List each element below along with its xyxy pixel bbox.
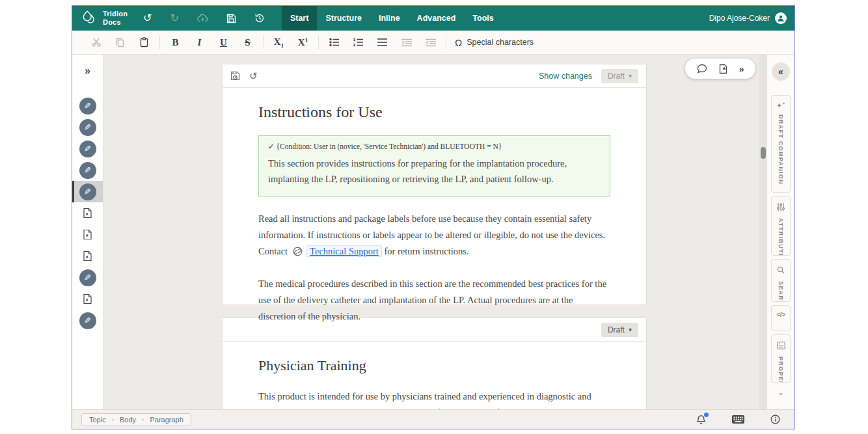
edit-pencil-icon: ✎ [79,269,96,286]
numbered-list-icon[interactable]: 1 2 [346,38,370,47]
breadcrumb-paragraph[interactable]: Paragraph [150,416,183,424]
rail-document-item[interactable] [72,245,103,267]
menu-inline[interactable]: Inline [370,6,409,31]
search-icon [777,265,785,277]
rail-edit-item[interactable]: ✎ [72,181,103,202]
rail-edit-item[interactable]: ✎ [72,138,103,159]
topic-card-physician-training: Draft ▾ Physician Training This product … [222,318,647,409]
rail-edit-item[interactable]: ✎ [72,159,103,181]
status-dropdown-draft[interactable]: Draft ▾ [601,323,638,337]
strikethrough-button[interactable]: S [236,37,260,48]
special-characters-label: Special characters [467,38,534,47]
tab-attributes[interactable]: ATTRIBUTES [771,196,791,256]
tridion-docs-window: Tridion Docs ↺ ↻ [72,5,795,429]
brand-text: Tridion Docs [103,10,128,26]
rail-edit-item[interactable]: ✎ [72,310,103,331]
caret-down-icon: ▾ [629,72,632,79]
bullet-list-icon[interactable] [322,38,346,47]
tab-properties[interactable]: PROPERTIES [771,334,791,383]
paste-icon[interactable] [132,37,156,47]
rail-document-item[interactable] [72,224,103,245]
statusbar-icons [696,414,780,425]
floating-review-toolbar: » [685,59,755,79]
topic-title[interactable]: Instructions for Use [258,103,610,121]
technical-support-link[interactable]: Technical Support [306,245,382,257]
revert-icon[interactable]: ↺ [249,70,258,82]
condition-expression: {Condition: User in (novice, 'Service Te… [277,142,502,150]
edit-pencil-icon: ✎ [79,98,96,115]
omega-icon: Ω [455,37,462,48]
notifications-bell-icon[interactable] [696,414,706,425]
svg-text:2: 2 [353,43,355,47]
rail-document-item[interactable] [72,288,103,310]
subscript-button[interactable]: X1 [267,36,291,49]
menu-tools[interactable]: Tools [464,6,502,31]
vertical-scrollbar[interactable] [759,55,767,409]
menu-start[interactable]: Start [282,6,317,31]
info-icon[interactable] [770,414,780,424]
document-icon [83,208,92,219]
top-bar: Tridion Docs ↺ ↻ [72,6,794,31]
cut-icon[interactable] [84,37,108,47]
user-menu[interactable]: Dipo Ajose-Coker [709,12,787,24]
rail-document-item[interactable] [72,202,103,224]
scrollbar-thumb[interactable] [761,147,766,159]
document-icon [83,251,92,262]
align-justify-icon[interactable] [370,38,394,46]
menu-advanced[interactable]: Advanced [409,6,465,31]
topic-card-instructions: ↺ Show changes Draft ▾ Instructions for … [222,64,647,305]
element-breadcrumb: Topic › Body › Paragraph [81,413,191,426]
save-version-icon[interactable] [230,71,240,81]
annotation-page-icon[interactable] [718,64,727,74]
indent-icon[interactable] [394,38,418,47]
undo-icon[interactable]: ↺ [143,13,152,23]
tab-draft-companion[interactable]: ✦✦ DRAFT COMPANION [771,95,791,193]
more-tabs-chevron-icon[interactable]: ⌄ [778,387,785,397]
toolbar-divider [318,35,319,49]
topic-body[interactable]: Instructions for Use ✓ {Condition: User … [223,88,646,324]
edit-pencil-icon: ✎ [79,119,96,136]
condition-paragraph[interactable]: This section provides instructions for p… [268,156,601,187]
tab-source-code[interactable]: </> [771,305,791,331]
collapse-right-panel-icon[interactable]: « [772,62,790,81]
breadcrumb-body[interactable]: Body [120,416,136,424]
edit-pencil-icon: ✎ [79,312,96,329]
topic-title[interactable]: Physician Training [258,357,610,374]
show-changes-link[interactable]: Show changes [539,72,592,81]
superscript-button[interactable]: X1 [291,36,315,48]
rail-edit-item[interactable]: ✎ [72,116,103,138]
condition-check-icon: ✓ [268,142,275,150]
paragraph-1[interactable]: This product is intended for use by phys… [258,388,610,409]
caret-down-icon: ▾ [629,326,632,333]
menu-structure[interactable]: Structure [317,6,370,31]
condition-box[interactable]: ✓ {Condition: User in (novice, 'Service … [258,135,610,197]
bold-button[interactable]: B [163,37,187,48]
topbar-quick-actions: ↺ ↻ [143,13,265,23]
breadcrumb-topic[interactable]: Topic [89,416,106,424]
collapse-pill-icon[interactable]: » [739,64,744,74]
format-toolbar: B I U S X1 X1 1 2 [72,31,794,55]
paragraph-1[interactable]: Read all instructions and package labels… [258,211,610,262]
italic-button[interactable]: I [187,37,211,48]
comment-icon[interactable] [697,64,707,74]
save-icon[interactable] [226,14,236,23]
status-bar: Topic › Body › Paragraph [72,409,794,429]
topic-body[interactable]: Physician Training This product is inten… [223,342,646,409]
outdent-icon[interactable] [418,38,442,47]
tab-search[interactable]: SEARCH [771,259,791,302]
history-icon[interactable] [254,13,265,23]
editor-canvas: ↺ Show changes Draft ▾ Instructions for … [103,55,767,409]
expand-left-panel-icon[interactable]: » [72,65,103,77]
toolbar-divider [263,35,264,49]
keyboard-shortcuts-icon[interactable] [732,415,744,424]
rail-edit-item[interactable]: ✎ [72,95,103,116]
rail-edit-item[interactable]: ✎ [72,267,103,288]
copy-icon[interactable] [108,37,132,47]
special-characters-button[interactable]: Ω Special characters [455,37,534,48]
underline-button[interactable]: U [211,37,236,48]
redo-icon[interactable]: ↻ [170,13,178,23]
status-dropdown-draft[interactable]: Draft ▾ [601,69,638,83]
cloud-upload-icon[interactable] [197,14,208,23]
edit-pencil-icon: ✎ [79,141,96,157]
notification-dot [704,413,709,417]
